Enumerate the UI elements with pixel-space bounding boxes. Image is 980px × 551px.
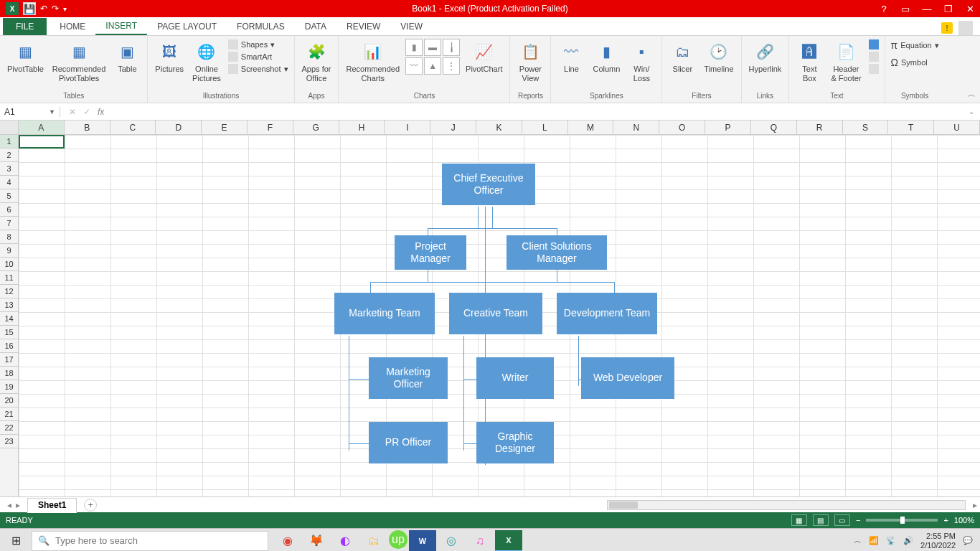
row-header[interactable]: 18: [0, 367, 18, 380]
pivottable-button[interactable]: ▦PivotTable: [4, 39, 47, 75]
zoom-out-icon[interactable]: −: [856, 516, 860, 524]
timeline-button[interactable]: 🕑Timeline: [701, 39, 736, 75]
org-node[interactable]: Chief Executive Officer: [442, 164, 535, 205]
column-header[interactable]: K: [476, 121, 522, 134]
text-box-button[interactable]: 🅰Text Box: [793, 39, 825, 84]
scroll-right-icon[interactable]: ▸: [973, 500, 977, 510]
line-chart-icon[interactable]: 〰: [405, 57, 423, 75]
column-header[interactable]: B: [65, 121, 110, 134]
tray-chevron-icon[interactable]: ︿: [854, 535, 862, 546]
column-header[interactable]: E: [202, 121, 248, 134]
tab-insert[interactable]: INSERT: [95, 18, 147, 35]
scatter-chart-icon[interactable]: ⋮: [443, 57, 460, 75]
org-node[interactable]: Project Manager: [395, 235, 466, 270]
cancel-formula-icon[interactable]: ✕: [69, 107, 76, 117]
qat-dropdown-icon[interactable]: ▾: [63, 5, 67, 13]
save-icon[interactable]: 💾: [23, 2, 36, 15]
chart-type-gallery[interactable]: ▮ ▬ ╽ 〰 ▲ ⋮: [405, 39, 460, 75]
column-header[interactable]: H: [339, 121, 385, 134]
zoom-level[interactable]: 100%: [954, 516, 974, 524]
recommended-charts-button[interactable]: 📊Recommended Charts: [343, 39, 402, 84]
row-header[interactable]: 12: [0, 285, 18, 298]
area-chart-icon[interactable]: ▲: [424, 57, 441, 75]
row-header[interactable]: 11: [0, 271, 18, 285]
column-header[interactable]: A: [19, 121, 65, 134]
ribbon-display-icon[interactable]: ▭: [898, 4, 913, 14]
stock-chart-icon[interactable]: ╽: [443, 39, 460, 56]
name-box-dropdown-icon[interactable]: ▼: [49, 108, 55, 116]
tab-formulas[interactable]: FORMULAS: [227, 18, 295, 35]
row-header[interactable]: 9: [0, 244, 18, 258]
sheet-nav-prev-icon[interactable]: ▸: [16, 500, 20, 510]
help-icon[interactable]: ?: [877, 4, 891, 14]
column-header[interactable]: L: [522, 121, 568, 134]
tray-wifi-icon[interactable]: 📡: [886, 536, 896, 545]
power-view-button[interactable]: 📋Power View: [514, 39, 546, 84]
org-node[interactable]: Creative Team: [449, 293, 542, 334]
tab-home[interactable]: HOME: [50, 18, 95, 35]
row-header[interactable]: 4: [0, 176, 18, 189]
column-header[interactable]: G: [293, 121, 339, 134]
taskbar-firefox-icon[interactable]: 🦊: [303, 530, 330, 552]
warning-icon[interactable]: !: [941, 22, 953, 34]
sparkline-column-button[interactable]: ▮Column: [590, 39, 623, 75]
bar-chart-icon[interactable]: ▬: [424, 39, 441, 56]
column-header[interactable]: Q: [751, 121, 797, 134]
recommended-pivottables-button[interactable]: ▦Recommended PivotTables: [50, 39, 109, 84]
name-box[interactable]: A1▼: [0, 107, 60, 117]
sparkline-winloss-button[interactable]: ▪Win/ Loss: [626, 39, 657, 84]
sparkline-line-button[interactable]: 〰Line: [555, 39, 587, 75]
column-header[interactable]: C: [110, 121, 156, 134]
sheet-tab[interactable]: Sheet1: [27, 498, 77, 513]
taskbar-app-icon[interactable]: ◎: [438, 530, 465, 552]
taskbar-clock[interactable]: 2:55 PM 2/10/2022: [920, 532, 956, 550]
object-button[interactable]: [867, 63, 880, 75]
row-header[interactable]: 21: [0, 408, 18, 421]
equation-button[interactable]: π Equation ▾: [890, 39, 941, 52]
expand-formula-bar-icon[interactable]: ⌄: [963, 108, 980, 116]
row-header[interactable]: 23: [0, 435, 18, 448]
row-header[interactable]: 16: [0, 339, 18, 353]
taskbar-search[interactable]: 🔍 Type here to search: [32, 531, 268, 551]
fx-icon[interactable]: fx: [98, 107, 104, 117]
org-node[interactable]: Writer: [476, 357, 554, 399]
add-sheet-button[interactable]: +: [84, 499, 97, 512]
zoom-slider[interactable]: [866, 519, 938, 522]
online-pictures-button[interactable]: 🌐Online Pictures: [189, 39, 224, 84]
row-header[interactable]: 22: [0, 421, 18, 435]
signature-line-button[interactable]: [867, 51, 880, 62]
row-header[interactable]: 20: [0, 394, 18, 408]
taskbar-messenger-icon[interactable]: ◐: [331, 530, 359, 552]
close-icon[interactable]: ✕: [963, 4, 977, 14]
redo-icon[interactable]: ↷: [52, 4, 59, 14]
symbol-button[interactable]: Ω Symbol: [890, 56, 929, 69]
header-footer-button[interactable]: 📄Header & Footer: [828, 39, 864, 84]
minimize-icon[interactable]: —: [920, 4, 934, 14]
column-header[interactable]: N: [613, 121, 659, 134]
column-headers[interactable]: ABCDEFGHIJKLMNOPQRSTU: [0, 121, 980, 135]
org-node[interactable]: Development Team: [557, 293, 657, 334]
shapes-button[interactable]: Shapes ▾: [227, 39, 276, 50]
org-node[interactable]: Client Solutions Manager: [507, 235, 607, 270]
column-header[interactable]: F: [248, 121, 293, 134]
tab-data[interactable]: DATA: [295, 18, 336, 35]
row-header[interactable]: 1: [0, 135, 18, 149]
taskbar-excel-icon[interactable]: X: [495, 530, 522, 552]
wordart-button[interactable]: [867, 39, 880, 50]
column-chart-icon[interactable]: ▮: [405, 39, 423, 56]
tab-view[interactable]: VIEW: [390, 18, 433, 35]
pictures-button[interactable]: 🖼Pictures: [152, 39, 187, 75]
restore-icon[interactable]: ❐: [941, 4, 956, 14]
column-header[interactable]: M: [568, 121, 614, 134]
tray-notifications-icon[interactable]: 💬: [963, 536, 973, 545]
column-header[interactable]: U: [934, 121, 980, 134]
tray-volume-icon[interactable]: 🔊: [903, 536, 913, 545]
screenshot-button[interactable]: Screenshot ▾: [227, 63, 290, 75]
row-header[interactable]: 17: [0, 353, 18, 367]
taskbar-chrome-icon[interactable]: ◉: [274, 530, 301, 552]
start-button[interactable]: ⊞: [1, 530, 30, 552]
sheet-nav-first-icon[interactable]: ◂: [7, 500, 11, 510]
column-header[interactable]: I: [385, 121, 430, 134]
hyperlink-button[interactable]: 🔗Hyperlink: [746, 39, 785, 75]
apps-for-office-button[interactable]: 🧩Apps for Office: [299, 39, 334, 84]
